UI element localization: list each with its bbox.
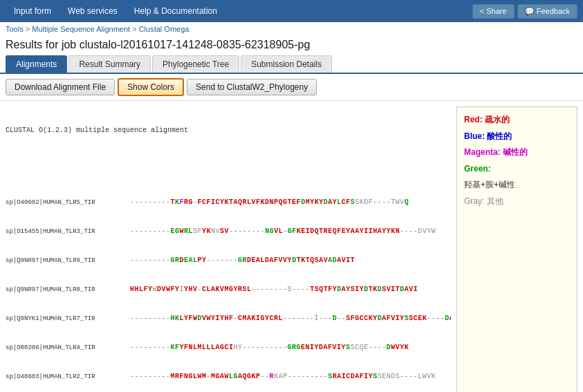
legend-magenta: Magenta: 碱性的 <box>464 145 570 160</box>
show-colors-button[interactable]: Show Colors <box>118 78 184 96</box>
legend-blue: Blue: 酸性的 <box>464 129 570 144</box>
breadcrumb-msa[interactable]: Multiple Sequence Alignment <box>32 25 130 33</box>
toolbar: Download Alignment File Show Colors Send… <box>0 74 583 101</box>
seq-block-1: sp|O40602|HUMAN_TLR5_TIR---------TKFRG-F… <box>6 178 451 392</box>
feedback-button[interactable]: 💬 Feedback <box>517 4 577 19</box>
tab-submission-details[interactable]: Submission Details <box>241 55 332 73</box>
tabs-row: Alignments Result Summary Phylogenetic T… <box>0 55 583 74</box>
breadcrumb-tools[interactable]: Tools <box>6 25 24 33</box>
breadcrumb: Tools > Multiple Sequence Alignment > Cl… <box>0 22 583 36</box>
nav-help-docs[interactable]: Help & Documentation <box>126 2 225 20</box>
legend-green-desc: 羟基+胺+碱性 <box>464 178 570 193</box>
main-content: CLUSTAL O(1.2.3) multiple sequence align… <box>0 101 583 392</box>
nav-input-form[interactable]: Input form <box>6 2 59 20</box>
page-title: Results for job clustalo-l20161017-14124… <box>0 36 583 55</box>
legend-gray: Gray: 其他 <box>464 194 570 209</box>
nav-web-services[interactable]: Web services <box>59 2 126 20</box>
send-to-clustalw2-button[interactable]: Send to ClustalW2_Phylogeny <box>187 79 317 95</box>
legend-red: Red: 疏水的 <box>464 113 570 128</box>
top-nav: Input form Web services Help & Documenta… <box>0 0 583 22</box>
alignment-header: CLUSTAL O(1.2.3) multiple sequence align… <box>6 126 451 136</box>
share-button[interactable]: < Share <box>472 4 515 19</box>
breadcrumb-clustal[interactable]: Clustal Omega <box>139 25 189 33</box>
tab-result-summary[interactable]: Result Summary <box>68 55 151 73</box>
tab-phylogenetic-tree[interactable]: Phylogenetic Tree <box>152 55 239 73</box>
legend-box: Red: 疏水的 Blue: 酸性的 Magenta: 碱性的 Green: 羟… <box>456 106 577 392</box>
download-alignment-button[interactable]: Download Alignment File <box>6 79 115 95</box>
legend-green-title: Green: <box>464 162 570 177</box>
alignment-output: CLUSTAL O(1.2.3) multiple sequence align… <box>6 106 451 392</box>
tab-alignments[interactable]: Alignments <box>6 55 67 73</box>
